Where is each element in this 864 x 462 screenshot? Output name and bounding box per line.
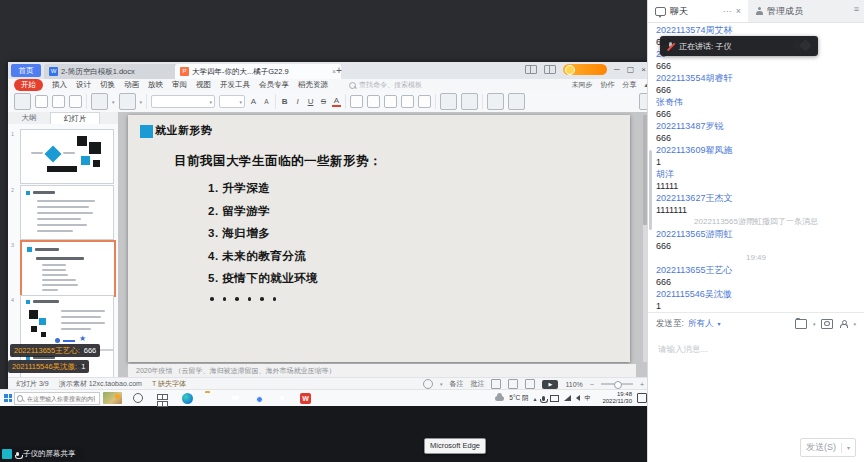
network-icon[interactable] (564, 395, 571, 401)
paste-icon[interactable] (14, 93, 31, 110)
tab-outline[interactable]: 大纲 (8, 113, 50, 123)
align-left-icon[interactable] (384, 95, 397, 108)
grow-font-button[interactable]: A (249, 97, 258, 106)
chat-sender[interactable]: 张奇伟 (656, 96, 864, 108)
send-to-value[interactable]: 所有人 (688, 318, 714, 330)
chevron-down-icon[interactable]: ▾ (853, 321, 856, 327)
news-weather-widget[interactable] (103, 392, 122, 404)
slide-thumbnail-1[interactable] (20, 129, 114, 184)
new-slide-icon[interactable] (91, 93, 108, 110)
slide-list-item[interactable]: 5. 疫情下的就业环境 (208, 271, 318, 294)
sorter-view-icon[interactable] (508, 379, 518, 389)
quick-action[interactable]: 分享 (622, 80, 636, 90)
slide-list-item[interactable]: 4. 未来的教育分流 (208, 249, 318, 272)
doc-tab-presentation[interactable]: P 大学四年-你的大...橘子G22.9 × (175, 64, 341, 79)
tab-chat[interactable]: 聊天 ··· × (648, 0, 748, 22)
task-view-icon[interactable] (157, 393, 168, 405)
beautify-icon[interactable] (423, 379, 433, 389)
tab-members[interactable]: 管理成员 (748, 0, 810, 22)
doc-tab-resume[interactable]: W 2-简历空白模板1.docx (44, 64, 182, 79)
maximize-button[interactable]: ▢ (627, 65, 635, 74)
slide-thumbnail-4[interactable]: ★ (20, 295, 114, 350)
new-tab-button[interactable]: + (336, 65, 342, 76)
wps-taskbar-icon[interactable]: W (300, 393, 311, 404)
shrink-font-button[interactable]: A (262, 98, 271, 105)
ime-indicator[interactable]: 中 (585, 394, 592, 403)
italic-button[interactable]: I (293, 97, 302, 106)
font-size-select[interactable]: ▾ (219, 95, 245, 108)
tab-slides[interactable]: 幻灯片 (50, 112, 100, 125)
layout-icon[interactable] (119, 93, 136, 110)
slide-list-item[interactable]: 2. 留学游学 (208, 204, 318, 227)
current-slide[interactable]: 就业新形势 目前我国大学生面临的一些新形势： 1. 升学深造2. 留学游学3. … (128, 115, 630, 362)
volume-icon[interactable] (576, 395, 580, 401)
material-watermark[interactable]: 演示素材 12xc.taobao.com (59, 379, 142, 389)
text-direction-icon[interactable] (440, 93, 457, 110)
close-button[interactable]: × (641, 65, 646, 74)
chat-sender[interactable]: 2022113609翟凤施 (656, 144, 864, 156)
slideshow-play-button[interactable]: ▶ (542, 380, 558, 389)
screenshot-icon[interactable] (821, 319, 833, 329)
send-options-caret[interactable]: ▾ (847, 444, 850, 451)
screen-share-banner[interactable]: 子仪的屏幕共享 (0, 447, 84, 461)
shape-outline-icon[interactable] (508, 93, 525, 110)
send-button[interactable]: 发送(S) ▾ (800, 438, 856, 457)
chat-scrollbar[interactable] (649, 150, 652, 230)
slide-thumbnail-2[interactable] (20, 185, 114, 240)
tray-weather[interactable]: 5°C 阴 (509, 394, 528, 403)
format-painter-icon[interactable] (69, 95, 82, 108)
chat-sender[interactable]: 2022113655王艺心 (656, 264, 864, 276)
chat-sender[interactable]: 胡洋 (656, 168, 864, 180)
edge-icon[interactable] (182, 393, 193, 404)
chevron-down-icon[interactable]: ▾ (813, 321, 816, 327)
align-center-icon[interactable] (401, 95, 414, 108)
slide-list-item[interactable]: 1. 升学深造 (208, 181, 318, 204)
ribbon-search[interactable]: 查找命令、搜索模板 (349, 80, 422, 90)
underline-button[interactable]: U (306, 97, 315, 106)
numbering-icon[interactable] (367, 95, 380, 108)
font-select[interactable]: ▾ (151, 95, 215, 108)
zoom-slider[interactable] (601, 383, 633, 385)
slide-notes[interactable]: 2020年疫情 （云留学、海归被迫滞留国、海外市场就业压缩等） (128, 364, 636, 377)
shape-fill-icon[interactable] (487, 93, 504, 110)
tray-mic-icon[interactable] (542, 396, 545, 401)
panel-menu-icon[interactable]: ≡ (854, 0, 864, 22)
chat-sender[interactable]: 2022113554胡睿轩 (656, 72, 864, 84)
chat-close-icon[interactable]: × (736, 6, 741, 16)
reading-view-icon[interactable] (525, 379, 535, 389)
copy-icon[interactable] (52, 95, 65, 108)
split-view-icon[interactable] (525, 65, 537, 74)
chat-sender[interactable]: 2022113487罗锐 (656, 120, 864, 132)
comments-toggle[interactable]: 批注 (470, 379, 484, 389)
bullets-icon[interactable] (350, 95, 363, 108)
missing-font-warning[interactable]: T 缺失字体 (152, 379, 186, 389)
mention-member-icon[interactable] (839, 320, 847, 328)
layout-view-icon[interactable] (544, 65, 556, 74)
zoom-out-button[interactable]: − (590, 381, 594, 388)
chevron-down-icon[interactable]: ▾ (717, 320, 720, 327)
zoom-in-button[interactable]: + (640, 381, 644, 388)
chat-sender[interactable]: 2021115546吴沈傲 (656, 288, 864, 300)
action-center-icon[interactable] (637, 393, 647, 403)
send-file-icon[interactable] (795, 319, 807, 329)
font-color-button[interactable]: A (332, 96, 341, 107)
normal-view-icon[interactable] (491, 379, 501, 389)
chat-sender[interactable]: 2022113574周艾林 (656, 24, 864, 36)
notes-toggle[interactable]: 备注 (449, 379, 463, 389)
slide-thumbnail-3-selected[interactable] (20, 240, 116, 297)
minimize-button[interactable]: ─ (614, 65, 620, 74)
taskbar-search-input[interactable] (25, 395, 97, 403)
hidden-icons-chevron[interactable]: ▴ (533, 395, 536, 402)
chat-sender[interactable]: 2022113627王杰文 (656, 192, 864, 204)
quick-action[interactable]: 未同步 (571, 80, 592, 90)
strikethrough-button[interactable]: S (319, 97, 328, 106)
wps-home-tab[interactable]: 首页 (11, 64, 41, 77)
chat-sender[interactable]: 2022113565游雨虹 (656, 228, 864, 240)
cut-icon[interactable] (35, 95, 48, 108)
bold-button[interactable]: B (280, 97, 289, 106)
slide-list-item[interactable]: 3. 海归增多 (208, 226, 318, 249)
taskbar-search[interactable] (14, 392, 100, 405)
tray-display-icon[interactable] (550, 395, 559, 402)
chat-message-input[interactable] (656, 343, 860, 355)
taskbar-clock[interactable]: 19:48 2022/11/30 (596, 391, 632, 405)
